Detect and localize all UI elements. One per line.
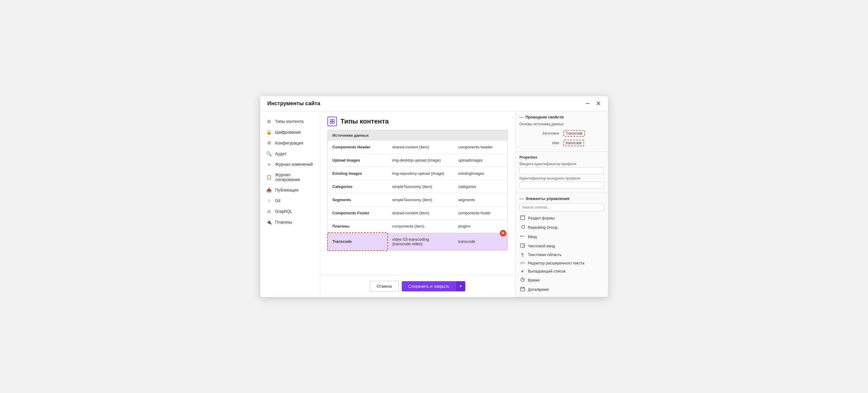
sidebar-item-graphql[interactable]: ◎ GraphQL	[260, 206, 320, 217]
row-type: shared-content (item)	[388, 206, 453, 220]
sidebar-item-label: Шифрование	[275, 130, 301, 135]
sidebar-item-git[interactable]: ⑂ Git	[260, 195, 320, 206]
svg-rect-5	[330, 122, 332, 124]
sidebar-item-encryption[interactable]: 🔒 Шифрование	[260, 127, 320, 138]
control-form-section[interactable]: Раздел формы	[520, 214, 604, 222]
main-window: Инструменты сайта ⊞ Типы контента 🔒 Шифр…	[260, 96, 608, 297]
log-icon: 📋	[266, 174, 272, 180]
control-textarea[interactable]: ¶ Текстовая область	[520, 252, 604, 258]
sidebar-item-label: GraphQL	[275, 209, 292, 214]
delete-row-button[interactable]: ✕	[500, 230, 506, 236]
encryption-icon: 🔒	[266, 130, 272, 135]
sidebar-item-label: Конфигурация	[275, 140, 303, 145]
sidebar-item-label: Плагины	[275, 220, 292, 225]
output-profile-id-input[interactable]	[520, 182, 604, 189]
sidebar-item-label: Публикация	[275, 188, 299, 192]
control-datetime[interactable]: Дата/время	[520, 286, 604, 293]
publish-icon: 📤	[266, 187, 272, 193]
table-row: Existing Images img-repository-upload (i…	[328, 167, 507, 180]
properties-grid: Заголовок Transcode Имя transcode	[520, 129, 604, 148]
data-sources-table: Источники данных Components Header share…	[328, 130, 508, 251]
row-type: simpleTaxonomy (item)	[388, 193, 453, 206]
control-label: Текстовая область	[528, 253, 562, 257]
name-dashed-value: transcode	[563, 140, 584, 146]
main-layout: ⊞ Типы контента 🔒 Шифрование ⚙ Конфигура…	[260, 111, 608, 297]
table-row: Segments simpleTaxonomy (item) segments	[328, 193, 507, 206]
repeating-group-icon	[520, 225, 526, 230]
control-dropdown[interactable]: ▾ Выпадающий список	[520, 268, 604, 274]
output-profile-id-label: Идентификатор выходного профиля	[520, 176, 604, 181]
highlighted-row-type: video-S3-transcoding (transcode-video)	[388, 233, 453, 250]
content-types-icon: ⊞	[266, 119, 272, 124]
row-name: Upload Images	[328, 154, 388, 167]
minimize-button[interactable]	[584, 100, 591, 106]
row-id: existingImages	[453, 167, 507, 180]
sidebar-item-publish[interactable]: 📤 Публикация	[260, 185, 320, 195]
time-icon	[520, 277, 526, 283]
title-value: Transcode	[562, 129, 604, 138]
sidebar-item-configuration[interactable]: ⚙ Конфигурация	[260, 138, 320, 149]
git-icon: ⑂	[266, 198, 272, 203]
svg-rect-7	[521, 216, 525, 220]
controls-list: Раздел формы Repeating Group	[520, 214, 604, 293]
save-dropdown-button[interactable]: ▾	[456, 281, 465, 291]
profile-id-input[interactable]	[520, 167, 604, 174]
control-repeating-group[interactable]: Repeating Group	[520, 224, 604, 231]
row-name: Existing Images	[328, 167, 388, 180]
content-body: Источники данных Components Header share…	[320, 130, 515, 275]
row-type: simpleTaxonomy (item)	[388, 180, 453, 193]
table-row: Categories simpleTaxonomy (item) categor…	[328, 180, 507, 193]
sidebar-item-plugins[interactable]: 🔌 Плагины	[260, 217, 320, 228]
row-name: Плагины	[328, 220, 388, 233]
row-id: plugins	[453, 220, 507, 233]
sidebar-item-label: Журнал логирования	[275, 172, 314, 182]
page-title: Типы контента	[341, 118, 389, 125]
sidebar-item-content-types[interactable]: ⊞ Типы контента	[260, 116, 320, 127]
collapse-icon[interactable]: —	[520, 115, 524, 120]
content-header: Типы контента	[320, 111, 515, 130]
cancel-button[interactable]: Отмена	[370, 281, 399, 292]
svg-rect-4	[333, 119, 334, 121]
control-rich-text[interactable]: </> Редактор расширенного текста	[520, 260, 604, 266]
sidebar-item-log[interactable]: 📋 Журнал логирования	[260, 170, 320, 185]
input-icon	[520, 234, 526, 239]
properties-section: — Проводник свойств Основы источника дан…	[516, 111, 608, 152]
sidebar-item-audit[interactable]: 🔍 Аудит	[260, 149, 320, 159]
save-button-group: Сохранить и закрыть ▾	[402, 281, 465, 291]
configuration-icon: ⚙	[266, 140, 272, 146]
row-type: img-desktop-upload (image)	[388, 154, 453, 167]
control-time[interactable]: Время	[520, 276, 604, 284]
controls-collapse-icon[interactable]: —	[520, 196, 524, 201]
right-panel-inner: — Проводник свойств Основы источника дан…	[516, 111, 608, 297]
control-input[interactable]: Ввод	[520, 233, 604, 240]
row-id: components-footer	[453, 206, 507, 220]
row-id: components-header	[453, 140, 507, 154]
name-label: Имя	[520, 138, 562, 148]
highlighted-row-name: Transcode	[328, 233, 388, 250]
extra-properties-section: Properties Введите идентификатор профиля…	[516, 152, 608, 193]
controls-search-input[interactable]	[520, 203, 604, 211]
row-id: uploadImages	[453, 154, 507, 167]
table-row: Плагины components (item) plugins	[328, 220, 507, 233]
name-value: transcode	[562, 138, 604, 148]
table-row-highlighted[interactable]: Transcode video-S3-transcoding (transcod…	[328, 233, 507, 250]
right-panel: — Проводник свойств Основы источника дан…	[515, 111, 608, 297]
table-row: Components Footer shared-content (item) …	[328, 206, 507, 220]
save-button[interactable]: Сохранить и закрыть	[402, 281, 456, 291]
svg-rect-0	[586, 103, 589, 104]
controls-title: — Элементы управления	[520, 196, 604, 201]
row-id: segments	[453, 193, 507, 206]
close-button[interactable]	[595, 100, 602, 106]
row-type: shared-content (item)	[388, 140, 453, 154]
control-numeric-input[interactable]: Числовой ввод	[520, 242, 604, 250]
changelog-icon: ≡	[266, 162, 272, 167]
row-id: categories	[453, 180, 507, 193]
textarea-icon: ¶	[520, 253, 526, 257]
content-footer: Отмена Сохранить и закрыть ▾	[320, 275, 515, 297]
graphql-icon: ◎	[266, 209, 272, 214]
titlebar-actions	[584, 100, 602, 106]
svg-rect-6	[333, 122, 334, 124]
content-type-icon	[328, 117, 337, 126]
data-source-basics-label: Основы источника данных	[520, 122, 604, 126]
sidebar-item-changelog[interactable]: ≡ Журнал изменений	[260, 159, 320, 170]
